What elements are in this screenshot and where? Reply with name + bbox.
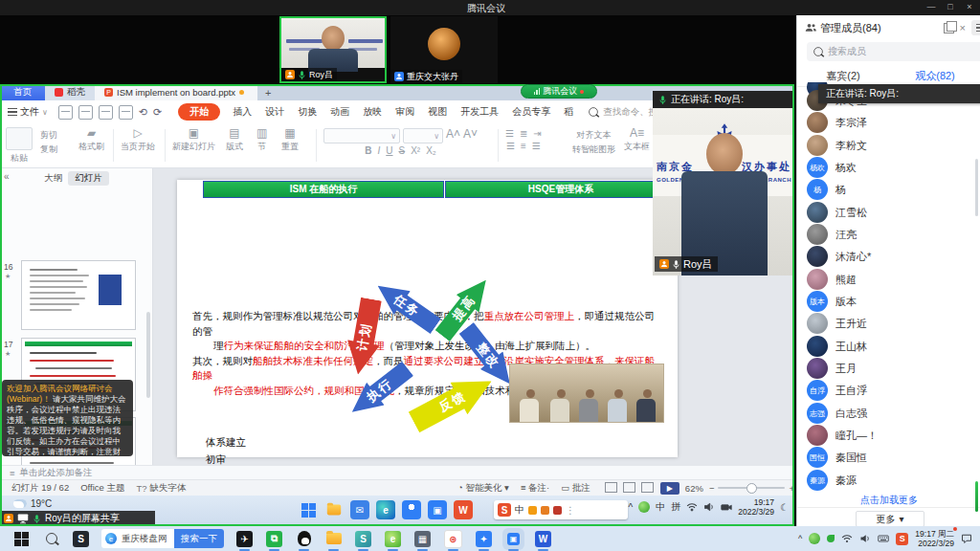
view-read-icon[interactable] (641, 482, 654, 493)
notes-bar[interactable]: ≡ 单击此处添加备注 (0, 465, 794, 479)
participant-row[interactable]: 国恒秦国恒 (797, 447, 979, 468)
strike-button[interactable]: S (399, 145, 406, 156)
calculator-icon[interactable]: ▦ (414, 531, 431, 547)
export-icon[interactable] (78, 105, 93, 120)
wifi-icon[interactable] (686, 501, 698, 513)
minimize-button[interactable]: — (924, 2, 938, 11)
subscript-button[interactable]: X₂ (426, 145, 436, 156)
align-left-icon[interactable]: ☰ (506, 141, 515, 151)
zoom-slider-knob[interactable] (746, 483, 757, 494)
menu-tab-transition[interactable]: 切换 (291, 105, 323, 119)
align-center-icon[interactable]: ≡ (521, 141, 526, 151)
participant-row[interactable]: 汪亮 (797, 224, 979, 245)
layout-button[interactable]: ▤版式 (226, 127, 243, 153)
menu-tab-animation[interactable]: 动画 (323, 105, 356, 119)
sogou-ime-icon[interactable]: S (896, 533, 908, 545)
close-panel-icon[interactable]: × (960, 22, 966, 33)
menu-tab-devtools[interactable]: 开发工具 (454, 105, 505, 119)
app-knot-icon[interactable]: ⊛ (444, 530, 462, 548)
participant-row[interactable]: 瞳孔—！ (797, 425, 979, 446)
participant-row[interactable]: 沐清心* (797, 246, 979, 267)
ime-cn-indicator[interactable]: 中 (656, 500, 665, 514)
align-right-icon[interactable]: ☰ (532, 141, 541, 151)
menu-tab-insert[interactable]: 插入 (226, 105, 258, 119)
popout-icon[interactable] (944, 23, 954, 33)
participant-row[interactable]: 自浮王自浮 (797, 380, 979, 401)
wps-app-icon[interactable]: W (454, 500, 473, 519)
bold-button[interactable]: B (365, 145, 371, 156)
menu-icon[interactable] (971, 20, 980, 35)
indent-icon[interactable]: ⇥ (533, 128, 541, 139)
participant-row[interactable]: 熊超 (797, 269, 979, 290)
edge-icon[interactable]: e (376, 500, 395, 519)
meeting-app-icon[interactable]: ▣ (428, 500, 447, 519)
mail-icon[interactable]: ✉ (350, 500, 369, 519)
presenter-clock[interactable]: 19:17 2022/3/29 (738, 497, 774, 517)
zoom-in-button[interactable]: + (789, 483, 794, 494)
weather-widget[interactable]: 19°C (13, 498, 52, 509)
video-tile-roy[interactable]: Roy吕 (279, 16, 387, 83)
zoom-slider[interactable] (718, 487, 785, 489)
superscript-button[interactable]: X² (411, 145, 420, 156)
ime-pinyin-indicator[interactable]: 拼 (671, 500, 680, 514)
wps-docer-tab[interactable]: 稻壳 (45, 84, 95, 100)
undo-icon[interactable]: ⟲ (139, 106, 147, 119)
taskbar-search-box[interactable]: e 重庆楼盘网 搜索一下 (101, 529, 224, 548)
beautify-button[interactable]: ◔ 智能美化 ▾ (457, 482, 509, 495)
participant-row[interactable]: 秦源秦源 (797, 470, 979, 491)
numbering-icon[interactable]: ≣ (520, 128, 527, 139)
sidebar-scrollbar-green[interactable] (975, 481, 978, 512)
antivirus-ball-icon[interactable] (638, 501, 650, 513)
wps-icon[interactable]: S (355, 531, 371, 547)
participant-row[interactable]: 王升近 (797, 313, 979, 334)
paste-button[interactable]: 粘贴 (6, 127, 33, 165)
app-s-icon[interactable]: S (73, 531, 89, 547)
menu-tab-review[interactable]: 审阅 (389, 105, 421, 119)
menu-tab-slideshow[interactable]: 放映 (356, 105, 389, 119)
theme-name[interactable]: Office 主题 (80, 482, 124, 495)
menu-tab-docer-res[interactable]: 稻 (557, 105, 580, 119)
menu-tab-member[interactable]: 会员专享 (505, 105, 557, 119)
wps-document-tab[interactable]: P ISM implement on board.pptx (95, 84, 257, 100)
app-bird-icon[interactable]: ✦ (476, 531, 492, 547)
notification-center-icon[interactable] (961, 533, 972, 544)
participant-row[interactable]: 李粉文 (797, 135, 979, 156)
bullets-icon[interactable]: ☰ (505, 128, 514, 139)
format-painter-button[interactable]: ▰格式刷 (78, 127, 104, 153)
font-size-select[interactable]: ∨ (403, 128, 443, 143)
start-button-win11[interactable] (299, 500, 318, 519)
note-toggle-button[interactable]: ≡ 备注· (521, 482, 549, 495)
font-name-select[interactable]: ∨ (323, 128, 400, 143)
zoom-out-button[interactable]: − (709, 483, 715, 494)
volume-icon[interactable] (859, 533, 871, 544)
screen-share-indicator[interactable]: Roy吕的屏幕共享 (0, 511, 155, 526)
italic-button[interactable]: I (378, 145, 381, 156)
view-sorter-icon[interactable] (623, 482, 635, 493)
member-search-input[interactable]: 搜索成员 (807, 42, 980, 61)
network-icon[interactable] (841, 533, 853, 544)
participant-row[interactable]: 王山林 (797, 336, 979, 357)
new-tab-button[interactable]: + (257, 84, 278, 100)
maximize-button[interactable]: □ (944, 2, 957, 11)
slideshow-play-button[interactable]: ▶ (660, 482, 679, 495)
participant-row[interactable]: 杨欢杨欢 (797, 157, 979, 178)
viewer-clock[interactable]: 19:17 周二 2022/3/29 (915, 529, 954, 548)
tray-expand-icon[interactable]: ^ (798, 534, 802, 543)
participant-row[interactable]: 江雪松 (797, 202, 979, 223)
grow-font-icon[interactable]: A˄ (446, 128, 460, 143)
camera-icon[interactable] (721, 501, 732, 513)
reset-button[interactable]: ▦重置 (281, 127, 299, 153)
play-current-button[interactable]: ▷当页开始 (121, 127, 155, 153)
browser-icon[interactable] (402, 500, 421, 519)
new-slide-button[interactable]: ▣新建幻灯片 (172, 127, 215, 153)
preview-icon[interactable] (119, 105, 133, 120)
file-explorer-icon[interactable] (325, 531, 342, 547)
floating-speaker-video[interactable]: 正在讲话: Roy吕: 南京金 汉办事处 GOLDENKIN WUHAN BRA… (653, 91, 794, 276)
video-tile-zhangdan[interactable]: 重庆交大张丹 (390, 16, 498, 83)
keyboard-icon[interactable] (878, 533, 889, 544)
redo-icon[interactable]: ⟳ (153, 106, 162, 119)
taskbar-search-icon[interactable] (43, 531, 59, 547)
load-more-link[interactable]: 点击加载更多 (797, 494, 980, 507)
word-icon[interactable]: W (535, 531, 551, 547)
tray-expand-icon[interactable]: ^ (629, 502, 634, 513)
